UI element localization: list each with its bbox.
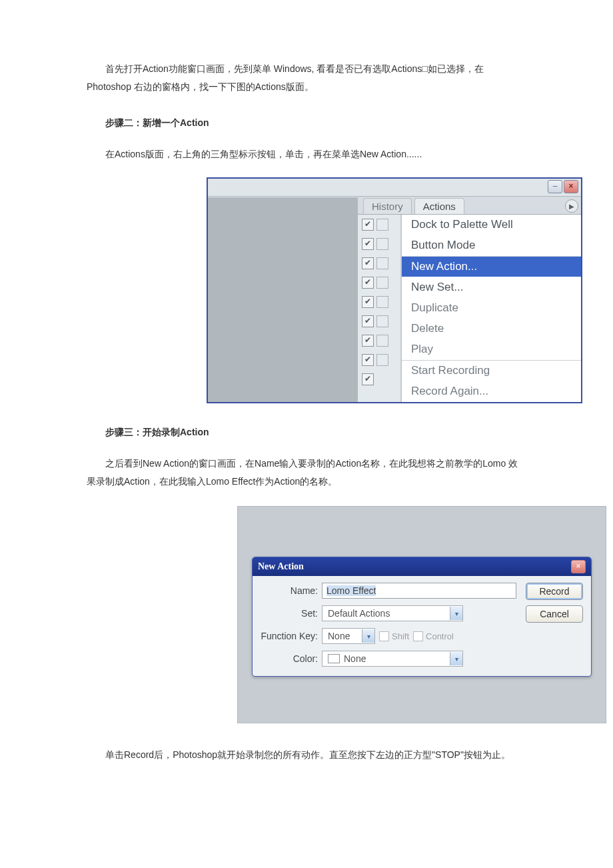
- panel-empty-area: [208, 197, 358, 402]
- check-icon[interactable]: ✔: [362, 373, 374, 385]
- step-3-text: 之后看到New Action的窗口画面，在Name输入要录制的Action名称，…: [87, 455, 526, 490]
- color-select[interactable]: None ▾: [322, 651, 463, 667]
- dialog-title: New Action: [258, 561, 304, 572]
- menu-play: Play: [402, 339, 581, 360]
- chevron-down-icon[interactable]: ▾: [450, 607, 462, 620]
- menu-duplicate: Duplicate: [402, 298, 581, 319]
- label-name: Name:: [261, 585, 322, 596]
- color-value: None: [344, 653, 366, 664]
- menu-start-recording: Start Recording: [402, 360, 581, 381]
- tab-history[interactable]: History: [363, 198, 412, 214]
- check-icon[interactable]: ✔: [362, 315, 374, 327]
- dialog-titlebar: New Action ×: [253, 557, 591, 576]
- toggle-icon[interactable]: [376, 238, 388, 250]
- record-button[interactable]: Record: [526, 583, 583, 600]
- close-icon[interactable]: ×: [571, 560, 586, 573]
- minimize-icon[interactable]: –: [548, 180, 562, 193]
- checkbox-icon: [413, 631, 423, 641]
- label-color: Color:: [261, 653, 322, 664]
- figure-new-action-dialog: New Action × Name: Lomo Effect Set: Defa…: [237, 506, 606, 723]
- paragraph-intro: 首先打开Action功能窗口画面，先到菜单 Windows, 看看是否已有选取A…: [87, 60, 526, 95]
- function-key-select[interactable]: None ▾: [322, 628, 375, 644]
- label-function-key: Function Key:: [261, 631, 322, 641]
- check-icon[interactable]: ✔: [362, 335, 374, 347]
- toggle-icon[interactable]: [376, 335, 388, 347]
- menu-button-mode[interactable]: Button Mode: [402, 235, 581, 256]
- new-action-dialog: New Action × Name: Lomo Effect Set: Defa…: [252, 557, 592, 677]
- label-set: Set:: [261, 608, 322, 619]
- toggle-icon[interactable]: [376, 354, 388, 366]
- check-icon[interactable]: ✔: [362, 257, 374, 269]
- color-swatch-icon: [328, 654, 340, 663]
- close-icon[interactable]: ×: [564, 180, 578, 193]
- tab-actions[interactable]: Actions: [414, 198, 464, 214]
- toggle-icon[interactable]: [376, 277, 388, 289]
- checkbox-icon: [379, 631, 389, 641]
- panel-menu-icon[interactable]: ▶: [565, 199, 578, 213]
- toggle-icon[interactable]: [376, 315, 388, 327]
- check-icon[interactable]: ✔: [362, 238, 374, 250]
- panel-tab-bar: History Actions ▶: [358, 197, 581, 215]
- control-checkbox: Control: [413, 631, 454, 641]
- panel-check-column: ✔ ✔ ✔ ✔ ✔ ✔ ✔ ✔ ✔: [358, 215, 401, 402]
- menu-delete: Delete: [402, 319, 581, 339]
- toggle-icon[interactable]: [376, 296, 388, 308]
- set-value: Default Actions: [322, 608, 450, 619]
- paragraph-outro: 单击Record后，Photoshop就开始录制您的所有动作。直至您按下左边的正…: [87, 746, 526, 764]
- chevron-down-icon[interactable]: ▾: [450, 652, 462, 665]
- menu-record-again: Record Again...: [402, 381, 581, 402]
- set-select[interactable]: Default Actions ▾: [322, 605, 463, 621]
- check-icon[interactable]: ✔: [362, 354, 374, 366]
- check-icon[interactable]: ✔: [362, 219, 374, 231]
- step-3-title: 步骤三：开始录制Action: [87, 423, 526, 441]
- menu-new-action[interactable]: New Action...: [402, 256, 581, 277]
- step-2-title: 步骤二：新增一个Action: [87, 114, 526, 132]
- check-icon[interactable]: ✔: [362, 296, 374, 308]
- figure-actions-panel: – × History Actions ▶ ✔ ✔ ✔ ✔ ✔ ✔ ✔: [207, 177, 582, 403]
- toggle-icon[interactable]: [376, 257, 388, 269]
- toggle-icon[interactable]: [376, 219, 388, 231]
- cancel-button[interactable]: Cancel: [526, 605, 583, 623]
- function-key-value: None: [322, 631, 362, 641]
- panel-context-menu: Dock to Palette Well Button Mode New Act…: [401, 215, 581, 402]
- window-titlebar: – ×: [208, 179, 581, 197]
- name-input[interactable]: Lomo Effect: [322, 583, 516, 599]
- step-2-text: 在Actions版面，右上角的三角型标示按钮，单击，再在菜单选New Actio…: [87, 145, 526, 163]
- shift-checkbox: Shift: [379, 631, 409, 641]
- menu-new-set[interactable]: New Set...: [402, 277, 581, 298]
- check-icon[interactable]: ✔: [362, 277, 374, 289]
- menu-dock[interactable]: Dock to Palette Well: [402, 215, 581, 235]
- chevron-down-icon[interactable]: ▾: [362, 629, 374, 643]
